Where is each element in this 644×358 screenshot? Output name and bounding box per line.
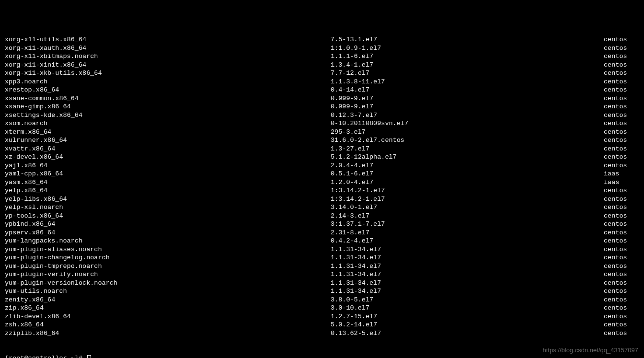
- package-row: ypbind.x86_643:1.37.1-7.el7centos: [5, 220, 639, 229]
- package-row: yum-utils.noarch1.1.31-34.el7centos: [5, 287, 639, 296]
- package-repo: centos: [604, 296, 639, 304]
- package-repo: centos: [604, 270, 639, 279]
- package-name: yum-plugin-tmprepo.noarch: [5, 262, 331, 271]
- package-name: ypbind.x86_64: [5, 220, 331, 229]
- package-name: xulrunner.x86_64: [5, 136, 331, 145]
- package-repo: iaas: [604, 178, 639, 187]
- package-repo: centos: [604, 128, 639, 137]
- package-version: 31.6.0-2.el7.centos: [331, 136, 604, 145]
- package-row: yajl.x86_642.0.4-4.el7centos: [5, 162, 639, 170]
- package-repo: centos: [604, 312, 639, 321]
- package-repo: iaas: [604, 170, 639, 178]
- package-name: xz-devel.x86_64: [5, 153, 331, 162]
- package-repo: centos: [604, 136, 639, 145]
- package-repo: centos: [604, 162, 639, 170]
- package-row: yum-plugin-changelog.noarch1.1.31-34.el7…: [5, 254, 639, 262]
- package-repo: centos: [604, 86, 639, 94]
- package-row: ypserv.x86_642.31-8.el7centos: [5, 229, 639, 237]
- package-version: 1:1.0.9-1.el7: [331, 44, 604, 53]
- package-row: zenity.x86_643.8.0-5.el7centos: [5, 296, 639, 304]
- package-name: xorg-x11-xkb-utils.x86_64: [5, 69, 331, 78]
- package-repo: centos: [604, 119, 639, 128]
- package-repo: centos: [604, 111, 639, 120]
- package-repo: centos: [604, 186, 639, 195]
- package-name: yp-tools.x86_64: [5, 212, 331, 220]
- package-version: 3.8.0-5.el7: [331, 296, 604, 304]
- package-version: 1.3.4-1.el7: [331, 61, 604, 69]
- package-name: yum-utils.noarch: [5, 287, 331, 296]
- package-row: zsh.x86_645.0.2-14.el7centos: [5, 321, 639, 329]
- package-row: yum-plugin-tmprepo.noarch1.1.31-34.el7ce…: [5, 262, 639, 271]
- package-name: yum-plugin-aliases.noarch: [5, 245, 331, 254]
- package-row: yum-plugin-versionlock.noarch1.1.31-34.e…: [5, 279, 639, 288]
- package-row: xsettings-kde.x86_640.12.3-7.el7centos: [5, 111, 639, 120]
- package-name: zip.x86_64: [5, 304, 331, 312]
- package-row: xorg-x11-xbitmaps.noarch1.1.1-6.el7cento…: [5, 52, 639, 61]
- package-name: xorg-x11-xinit.x86_64: [5, 61, 331, 69]
- package-row: yp-tools.x86_642.14-3.el7centos: [5, 212, 639, 220]
- package-repo: centos: [604, 262, 639, 271]
- package-row: yum-plugin-aliases.noarch1.1.31-34.el7ce…: [5, 245, 639, 254]
- package-version: 0.13.62-5.el7: [331, 329, 604, 338]
- package-version: 0.5.1-6.el7: [331, 170, 604, 178]
- package-version: 1.1.31-34.el7: [331, 270, 604, 279]
- package-row: xorg-x11-utils.x86_647.5-13.1.el7centos: [5, 35, 639, 44]
- package-repo: centos: [604, 69, 639, 78]
- package-repo: centos: [604, 229, 639, 237]
- package-version: 2.14-3.el7: [331, 212, 604, 220]
- package-name: xsettings-kde.x86_64: [5, 111, 331, 120]
- package-name: zziplib.x86_64: [5, 329, 331, 338]
- package-repo: centos: [604, 203, 639, 212]
- package-name: ypserv.x86_64: [5, 229, 331, 237]
- package-row: xpp3.noarch1.1.3.8-11.el7centos: [5, 78, 639, 86]
- package-version: 1:3.14.2-1.el7: [331, 186, 604, 195]
- package-version: 1.3-27.el7: [331, 145, 604, 153]
- package-repo: centos: [604, 220, 639, 229]
- package-name: yelp-xsl.noarch: [5, 203, 331, 212]
- package-version: 7.5-13.1.el7: [331, 35, 604, 44]
- package-version: 1.1.31-34.el7: [331, 254, 604, 262]
- package-repo: centos: [604, 35, 639, 44]
- package-name: zlib-devel.x86_64: [5, 312, 331, 321]
- package-version: 0.4.2-4.el7: [331, 237, 604, 245]
- package-repo: centos: [604, 279, 639, 288]
- package-name: xorg-x11-utils.x86_64: [5, 35, 331, 44]
- package-row: xorg-x11-xauth.x86_641:1.0.9-1.el7centos: [5, 44, 639, 53]
- package-row: yum-langpacks.noarch0.4.2-4.el7centos: [5, 237, 639, 245]
- package-repo: centos: [604, 195, 639, 204]
- package-version: 0.999-9.el7: [331, 94, 604, 103]
- package-row: zlib-devel.x86_641.2.7-15.el7centos: [5, 312, 639, 321]
- package-version: 5.0.2-14.el7: [331, 321, 604, 329]
- package-repo: centos: [604, 78, 639, 86]
- package-row: yum-plugin-verify.noarch1.1.31-34.el7cen…: [5, 270, 639, 279]
- package-name: yum-langpacks.noarch: [5, 237, 331, 245]
- package-row: yelp-xsl.noarch3.14.0-1.el7centos: [5, 203, 639, 212]
- package-version: 3.14.0-1.el7: [331, 203, 604, 212]
- package-version: 1.1.31-34.el7: [331, 262, 604, 271]
- package-row: yelp.x86_641:3.14.2-1.el7centos: [5, 186, 639, 195]
- package-repo: centos: [604, 44, 639, 53]
- shell-prompt: [root@controller ~]#: [5, 354, 86, 358]
- package-version: 3:1.37.1-7.el7: [331, 220, 604, 229]
- package-repo: centos: [604, 153, 639, 162]
- package-repo: centos: [604, 245, 639, 254]
- package-name: yelp.x86_64: [5, 186, 331, 195]
- package-version: 1.1.31-34.el7: [331, 287, 604, 296]
- package-row: xsane-gimp.x86_640.999-9.el7centos: [5, 103, 639, 111]
- package-row: xsane-common.x86_640.999-9.el7centos: [5, 94, 639, 103]
- package-name: xvattr.x86_64: [5, 145, 331, 153]
- package-row: yaml-cpp.x86_640.5.1-6.el7iaas: [5, 170, 639, 178]
- shell-prompt-line[interactable]: [root@controller ~]#: [5, 354, 639, 358]
- package-version: 0.12.3-7.el7: [331, 111, 604, 120]
- package-version: 1.1.31-34.el7: [331, 279, 604, 288]
- package-row: xterm.x86_64295-3.el7centos: [5, 128, 639, 137]
- package-version: 2.31-8.el7: [331, 229, 604, 237]
- watermark-text: https://blog.csdn.net/qq_43157097: [543, 346, 639, 355]
- package-name: xsane-common.x86_64: [5, 94, 331, 103]
- package-repo: centos: [604, 329, 639, 338]
- package-version: 1.2.0-4.el7: [331, 178, 604, 187]
- package-name: xorg-x11-xbitmaps.noarch: [5, 52, 331, 61]
- package-name: yaml-cpp.x86_64: [5, 170, 331, 178]
- package-name: yasm.x86_64: [5, 178, 331, 187]
- package-name: xorg-x11-xauth.x86_64: [5, 44, 331, 53]
